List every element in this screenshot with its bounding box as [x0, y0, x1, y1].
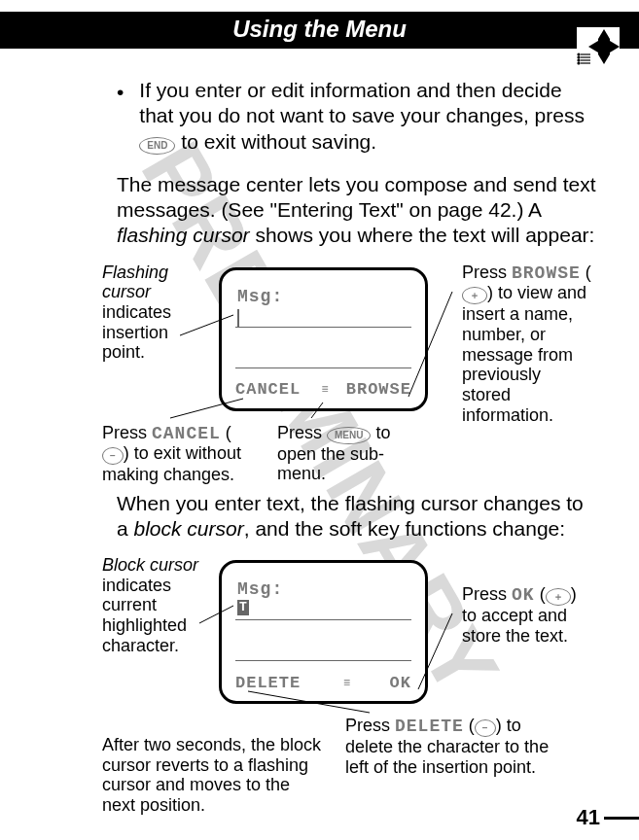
para1-b: flashing cursor — [117, 224, 250, 246]
paragraph-1: The message center lets you compose and … — [117, 172, 600, 249]
bullet-dot: • — [117, 78, 124, 155]
callout-cancel: Press CANCEL (−) to exit without making … — [102, 423, 248, 485]
callout-cancel-a: Press — [102, 423, 152, 442]
bullet-tail: to exit without saving. — [175, 130, 376, 153]
callout-menu-a: Press — [277, 423, 327, 442]
phone-screen-1: Msg: CANCEL ≡ BROWSE — [219, 267, 428, 411]
flashing-cursor-icon — [237, 309, 244, 327]
page-title: Using the Menu — [0, 16, 639, 43]
callout-browse-a: Press — [462, 262, 512, 282]
svg-rect-13 — [598, 39, 610, 54]
menu-key-icon: MENU — [327, 427, 371, 444]
plus-key-icon-2: ＋ — [546, 588, 571, 606]
block-cursor-icon: T — [237, 600, 249, 615]
callout-flashing-a: Flashing cursor — [102, 262, 168, 302]
callout-browse-c: to view and insert a name, number, or me… — [462, 283, 586, 424]
para1-c: shows you where the text will appear: — [250, 224, 595, 246]
callout-menu: Press MENU to open the sub-menu. — [277, 423, 394, 484]
callout-flashing-cursor: Flashing cursor indicates insertion poin… — [102, 262, 199, 363]
screen1-label: Msg: — [237, 286, 283, 308]
callout-ok-c: to accept and store the text. — [462, 606, 568, 646]
header-bar: Using the Menu — [0, 12, 639, 49]
callout-browse-key: BROWSE — [512, 263, 581, 283]
callout-ok-a: Press — [462, 584, 512, 604]
callout-block-b: indicates current highlighted character. — [102, 576, 187, 655]
screen2-right-softkey: OK — [390, 673, 411, 693]
minus-key-icon-2: − — [475, 719, 496, 737]
paragraph-2: When you enter text, the flashing cursor… — [117, 491, 600, 542]
diagram-2: Block cursor indicates current highlight… — [107, 555, 584, 793]
phone-screen-2: Msg: T DELETE ≡ OK — [219, 560, 428, 704]
callout-delete-key: DELETE — [395, 717, 464, 736]
svg-point-7 — [578, 59, 580, 61]
screen2-label: Msg: — [237, 578, 283, 601]
screen1-right-softkey: BROWSE — [346, 379, 411, 400]
plus-key-icon: ＋ — [462, 287, 487, 304]
callout-browse: Press BROWSE (＋) to view and insert a na… — [462, 262, 593, 426]
svg-point-6 — [578, 56, 580, 58]
diagram-1: Flashing cursor indicates insertion poin… — [107, 262, 584, 481]
svg-point-8 — [578, 62, 580, 64]
callout-delete: Press DELETE (−) to delete the character… — [345, 716, 569, 777]
callout-after: After two seconds, the block cursor reve… — [102, 735, 326, 816]
end-key-icon: END — [139, 137, 175, 155]
callout-cancel-key: CANCEL — [152, 424, 221, 443]
menu-icon: ≡ — [321, 382, 325, 397]
para2-b: block cursor — [134, 517, 244, 540]
callout-block-cursor: Block cursor indicates current highlight… — [102, 555, 209, 655]
move-icon — [577, 27, 620, 70]
callout-block-a: Block cursor — [102, 555, 198, 575]
screen1-left-softkey: CANCEL — [235, 379, 301, 400]
para2-c: , and the soft key functions change: — [244, 517, 565, 540]
bullet-item: • If you enter or edit information and t… — [117, 78, 600, 155]
para1-a: The message center lets you compose and … — [117, 173, 596, 221]
screen2-left-softkey: DELETE — [235, 673, 301, 693]
svg-point-5 — [578, 53, 580, 55]
callout-delete-a: Press — [345, 716, 395, 735]
menu-icon-2: ≡ — [343, 676, 347, 690]
callout-ok: Press OK (＋) to accept and store the tex… — [462, 584, 593, 646]
minus-key-icon: − — [102, 447, 124, 465]
callout-cancel-c: to exit without making changes. — [102, 443, 241, 484]
bullet-text: If you enter or edit information and the… — [139, 79, 585, 126]
callout-flashing-b: indicates insertion point. — [102, 302, 171, 362]
callout-ok-key: OK — [512, 585, 535, 605]
page-number: 41 — [577, 805, 600, 830]
